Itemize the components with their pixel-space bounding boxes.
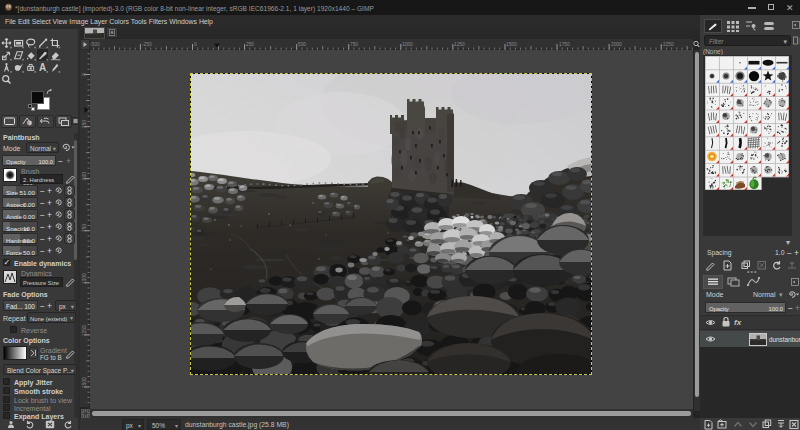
svg-text:2250: 2250 <box>663 42 674 47</box>
svg-text:500: 500 <box>298 42 306 47</box>
svg-text:i: i <box>28 121 29 126</box>
svg-text:1250: 1250 <box>454 42 465 47</box>
svg-text:0: 0 <box>194 42 197 47</box>
svg-text:250: 250 <box>82 120 87 128</box>
svg-text:-250: -250 <box>142 42 152 47</box>
svg-text:1250: 1250 <box>82 325 87 336</box>
svg-text:1500: 1500 <box>82 377 87 388</box>
svg-text:750: 750 <box>82 224 87 232</box>
svg-text:A: A <box>39 62 46 73</box>
svg-text:2000: 2000 <box>611 42 622 47</box>
svg-text:1000: 1000 <box>402 42 413 47</box>
svg-text:500: 500 <box>82 172 87 180</box>
svg-text:-500: -500 <box>90 42 100 47</box>
svg-text:250: 250 <box>246 42 254 47</box>
svg-text:1000: 1000 <box>82 273 87 284</box>
svg-text:1500: 1500 <box>506 42 517 47</box>
svg-text:1750: 1750 <box>559 42 570 47</box>
svg-text:750: 750 <box>350 42 358 47</box>
svg-text:0: 0 <box>82 73 87 76</box>
